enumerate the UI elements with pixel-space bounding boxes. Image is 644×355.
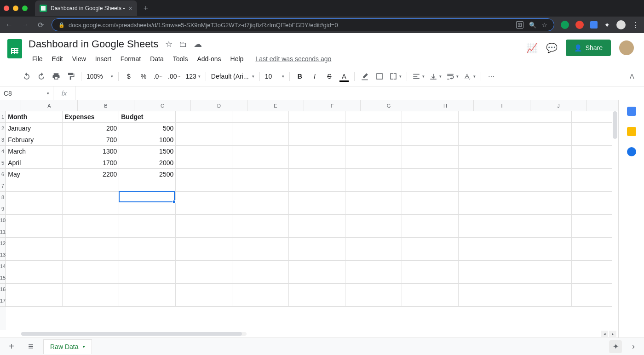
cells-area[interactable]: MonthExpensesBudgetJanuary200500February… bbox=[6, 111, 618, 330]
cell[interactable] bbox=[232, 272, 289, 284]
cell[interactable]: May bbox=[6, 169, 63, 180]
row-header[interactable]: 4 bbox=[0, 146, 6, 157]
cell[interactable] bbox=[176, 261, 232, 272]
format-percent-button[interactable]: % bbox=[137, 70, 150, 83]
cell[interactable] bbox=[345, 146, 402, 157]
chrome-profile-avatar[interactable] bbox=[616, 20, 626, 29]
text-rotation-button[interactable] bbox=[462, 70, 477, 83]
cell[interactable] bbox=[402, 238, 459, 249]
formula-input[interactable] bbox=[75, 86, 644, 100]
cell[interactable] bbox=[402, 261, 459, 272]
column-header[interactable]: J bbox=[530, 100, 587, 111]
cell[interactable] bbox=[63, 203, 119, 215]
cell[interactable] bbox=[289, 111, 345, 123]
cell[interactable]: February bbox=[6, 134, 63, 146]
cell[interactable] bbox=[289, 192, 345, 203]
cell[interactable] bbox=[515, 169, 572, 180]
menu-format[interactable]: Format bbox=[117, 53, 144, 64]
cell[interactable] bbox=[345, 192, 402, 203]
cell[interactable] bbox=[572, 123, 618, 134]
cell[interactable]: 1700 bbox=[63, 157, 119, 169]
cell[interactable] bbox=[176, 249, 232, 261]
cell[interactable] bbox=[402, 284, 459, 295]
cell[interactable] bbox=[402, 123, 459, 134]
cell[interactable] bbox=[345, 284, 402, 295]
cell[interactable]: April bbox=[6, 157, 63, 169]
cell[interactable] bbox=[572, 272, 618, 284]
cell[interactable] bbox=[119, 203, 176, 215]
cell[interactable] bbox=[515, 261, 572, 272]
cell[interactable] bbox=[402, 215, 459, 226]
row-header[interactable]: 3 bbox=[0, 134, 6, 146]
cell[interactable] bbox=[459, 226, 515, 238]
cell[interactable] bbox=[289, 123, 345, 134]
row-header[interactable]: 1 bbox=[0, 111, 6, 123]
hscroll-thumb[interactable] bbox=[21, 332, 242, 336]
cell[interactable] bbox=[572, 261, 618, 272]
cell[interactable] bbox=[289, 284, 345, 295]
cell[interactable] bbox=[119, 295, 176, 307]
cell[interactable] bbox=[63, 226, 119, 238]
cell[interactable] bbox=[289, 134, 345, 146]
bookmark-star-icon[interactable]: ☆ bbox=[542, 22, 547, 29]
cell[interactable] bbox=[176, 192, 232, 203]
cell[interactable] bbox=[459, 215, 515, 226]
cell[interactable] bbox=[176, 123, 232, 134]
cell[interactable] bbox=[6, 226, 63, 238]
cell[interactable] bbox=[6, 192, 63, 203]
print-button[interactable] bbox=[50, 70, 63, 83]
cell[interactable] bbox=[459, 134, 515, 146]
cell[interactable] bbox=[572, 226, 618, 238]
cell[interactable] bbox=[345, 180, 402, 192]
cell[interactable] bbox=[232, 192, 289, 203]
column-header[interactable] bbox=[587, 100, 618, 111]
cell[interactable] bbox=[515, 192, 572, 203]
cell[interactable]: Month bbox=[6, 111, 63, 123]
new-tab-button[interactable]: + bbox=[144, 4, 149, 13]
cell[interactable]: 1500 bbox=[119, 146, 176, 157]
cell[interactable] bbox=[119, 284, 176, 295]
cell[interactable] bbox=[402, 157, 459, 169]
cell[interactable] bbox=[572, 134, 618, 146]
comments-icon[interactable]: 💬 bbox=[546, 42, 558, 53]
address-bar[interactable]: 🔒 docs.google.com/spreadsheets/d/1Smwse5… bbox=[52, 18, 554, 31]
cell[interactable]: 2500 bbox=[119, 169, 176, 180]
cell[interactable] bbox=[176, 180, 232, 192]
name-box[interactable]: C8 bbox=[0, 86, 53, 100]
cell[interactable] bbox=[345, 249, 402, 261]
cell[interactable] bbox=[572, 146, 618, 157]
extension-icon[interactable] bbox=[590, 21, 598, 29]
cell[interactable] bbox=[459, 284, 515, 295]
cell[interactable] bbox=[6, 249, 63, 261]
cell[interactable] bbox=[289, 180, 345, 192]
cell[interactable] bbox=[119, 249, 176, 261]
cell[interactable] bbox=[459, 146, 515, 157]
star-icon[interactable]: ☆ bbox=[165, 39, 172, 49]
cell[interactable] bbox=[119, 272, 176, 284]
cell[interactable] bbox=[119, 215, 176, 226]
cell[interactable] bbox=[119, 226, 176, 238]
hscroll-left-button[interactable]: ◂ bbox=[601, 331, 608, 337]
calendar-icon[interactable] bbox=[627, 107, 636, 116]
extension-icon[interactable] bbox=[575, 21, 584, 29]
cell[interactable] bbox=[572, 203, 618, 215]
account-avatar[interactable] bbox=[619, 40, 634, 55]
cell[interactable] bbox=[459, 272, 515, 284]
undo-button[interactable] bbox=[20, 70, 33, 83]
cell[interactable] bbox=[345, 169, 402, 180]
cell[interactable] bbox=[345, 111, 402, 123]
cell[interactable] bbox=[232, 111, 289, 123]
select-all-corner[interactable] bbox=[0, 100, 21, 111]
cell[interactable]: March bbox=[6, 146, 63, 157]
cell[interactable] bbox=[402, 111, 459, 123]
column-header[interactable]: I bbox=[474, 100, 530, 111]
cell[interactable] bbox=[345, 272, 402, 284]
cell[interactable] bbox=[515, 180, 572, 192]
column-header[interactable]: A bbox=[21, 100, 78, 111]
cell[interactable] bbox=[345, 157, 402, 169]
row-header[interactable]: 11 bbox=[0, 226, 6, 238]
cell[interactable] bbox=[345, 295, 402, 307]
menu-addons[interactable]: Add-ons bbox=[193, 53, 224, 64]
cell[interactable] bbox=[459, 180, 515, 192]
cell[interactable] bbox=[232, 215, 289, 226]
